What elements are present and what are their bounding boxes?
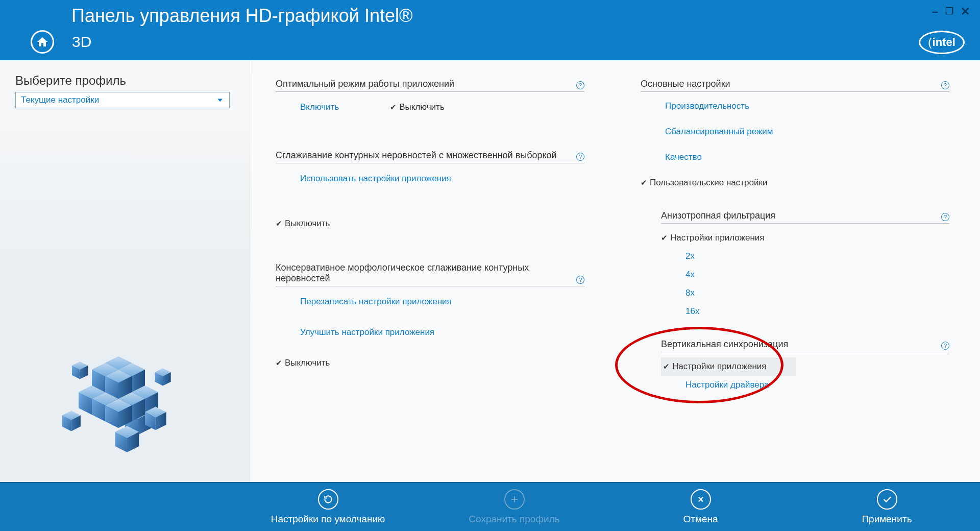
main-panel: Оптимальный режим работы приложений ? Вк…: [250, 60, 980, 482]
app-title: Панель управления HD-графикой Intel®: [0, 0, 980, 27]
section-optimal-mode: Оптимальный режим работы приложений ? Вк…: [276, 76, 584, 116]
option-cmaa-disable[interactable]: Выключить: [276, 353, 584, 373]
profile-select[interactable]: Текущие настройки ▼: [15, 92, 230, 108]
help-icon[interactable]: ?: [941, 342, 949, 350]
minimize-button[interactable]: [932, 5, 938, 18]
settings-column-left: Оптимальный режим работы приложений ? Вк…: [276, 76, 584, 472]
plus-icon: [504, 489, 525, 510]
close-circle-icon: [691, 489, 711, 510]
header: Панель управления HD-графикой Intel® 3D …: [0, 0, 980, 60]
help-icon[interactable]: ?: [576, 153, 584, 161]
option-optimal-disable[interactable]: Выключить: [390, 98, 444, 116]
option-aniso-2x[interactable]: 2x: [661, 247, 949, 266]
settings-column-right: Основные настройки ? Производительность …: [641, 76, 949, 472]
option-general-performance[interactable]: Производительность: [656, 97, 949, 115]
option-vsync-app[interactable]: Настройки приложения: [661, 357, 796, 376]
help-icon[interactable]: ?: [576, 276, 584, 284]
option-cmaa-override[interactable]: Перезаписать настройки приложения: [291, 292, 584, 312]
help-icon[interactable]: ?: [941, 81, 949, 89]
section-title: 3D: [72, 33, 91, 51]
option-msaa-disable[interactable]: Выключить: [276, 213, 584, 234]
home-icon: [36, 36, 48, 48]
defaults-button[interactable]: Настройки по умолчанию: [235, 489, 421, 525]
option-general-quality[interactable]: Качество: [656, 148, 949, 166]
chevron-down-icon: ▼: [216, 98, 224, 103]
option-aniso-app[interactable]: Настройки приложения: [661, 229, 949, 247]
option-aniso-4x[interactable]: 4x: [661, 266, 949, 284]
profile-select-value: Текущие настройки: [21, 95, 99, 105]
option-msaa-app[interactable]: Использовать настройки приложения: [291, 168, 584, 189]
option-aniso-8x[interactable]: 8x: [661, 284, 949, 302]
section-general: Основные настройки ? Производительность …: [641, 76, 949, 192]
section-anisotropic: Анизотропная фильтрация ? Настройки прил…: [641, 207, 949, 321]
section-title-cmaa: Консервативное морфологическое сглаживан…: [276, 262, 576, 284]
section-title-general: Основные настройки: [641, 79, 730, 89]
section-msaa: Сглаживание контурных неровностей с множ…: [276, 147, 584, 234]
option-optimal-enable[interactable]: Включить: [291, 98, 339, 116]
window-controls: [932, 5, 970, 18]
option-aniso-16x[interactable]: 16x: [661, 302, 949, 321]
section-title-vsync: Вертикальная синхронизация: [661, 339, 788, 350]
save-profile-button: Сохранить профиль: [421, 489, 607, 525]
check-circle-icon: [877, 489, 897, 510]
section-title-msaa: Сглаживание контурных неровностей с множ…: [276, 150, 557, 161]
cube-3d-art: [56, 339, 194, 472]
cancel-button[interactable]: Отмена: [607, 489, 794, 525]
apply-button[interactable]: Применить: [794, 489, 980, 525]
body: Выберите профиль Текущие настройки ▼: [0, 60, 980, 482]
option-general-custom[interactable]: Пользовательские настройки: [641, 174, 949, 192]
option-cmaa-enhance[interactable]: Улучшить настройки приложения: [291, 322, 584, 343]
select-profile-label: Выберите профиль: [15, 74, 234, 88]
maximize-button[interactable]: [945, 5, 953, 18]
intel-logo: intel: [919, 31, 965, 54]
help-icon[interactable]: ?: [941, 213, 949, 221]
section-cmaa: Консервативное морфологическое сглаживан…: [276, 259, 584, 373]
option-vsync-driver[interactable]: Настройки драйвера: [661, 376, 949, 394]
section-vsync: Вертикальная синхронизация ? Настройки п…: [641, 336, 949, 394]
close-button[interactable]: [961, 5, 970, 18]
option-general-balanced[interactable]: Сбалансированный режим: [656, 123, 949, 141]
section-title-optimal: Оптимальный режим работы приложений: [276, 79, 454, 89]
undo-icon: [318, 489, 338, 510]
help-icon[interactable]: ?: [576, 81, 584, 89]
footer: Настройки по умолчанию Сохранить профиль…: [0, 482, 980, 531]
section-title-anisotropic: Анизотропная фильтрация: [661, 210, 775, 221]
sidebar: Выберите профиль Текущие настройки ▼: [0, 60, 250, 482]
home-button[interactable]: [31, 30, 54, 54]
